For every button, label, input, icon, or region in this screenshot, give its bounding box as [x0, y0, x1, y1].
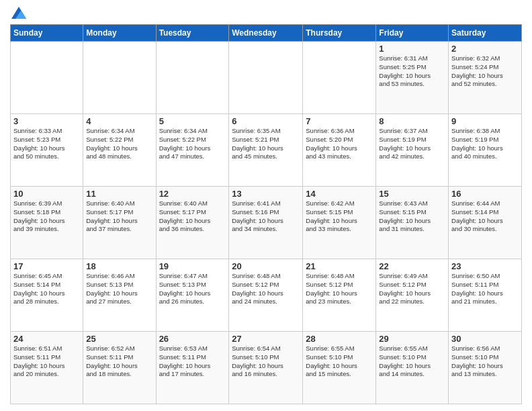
day-number: 26: [159, 334, 226, 344]
day-number: 7: [306, 116, 373, 126]
day-info: Sunrise: 6:32 AM Sunset: 5:24 PM Dayligh…: [451, 54, 519, 89]
calendar-day-header: Monday: [83, 25, 156, 42]
day-number: 20: [232, 261, 300, 271]
day-number: 21: [306, 261, 373, 271]
day-info: Sunrise: 6:55 AM Sunset: 5:10 PM Dayligh…: [306, 345, 373, 379]
calendar-cell: 19Sunrise: 6:47 AM Sunset: 5:13 PM Dayli…: [156, 259, 229, 332]
calendar-cell: 24Sunrise: 6:51 AM Sunset: 5:11 PM Dayli…: [11, 332, 83, 404]
calendar-cell: 7Sunrise: 6:36 AM Sunset: 5:20 PM Daylig…: [303, 114, 376, 187]
day-info: Sunrise: 6:31 AM Sunset: 5:25 PM Dayligh…: [379, 54, 445, 89]
calendar-cell: 13Sunrise: 6:41 AM Sunset: 5:16 PM Dayli…: [229, 187, 303, 259]
day-number: 11: [86, 189, 152, 199]
day-number: 14: [306, 189, 373, 199]
calendar-cell: [229, 42, 303, 114]
calendar-cell: 15Sunrise: 6:43 AM Sunset: 5:15 PM Dayli…: [376, 187, 449, 259]
calendar-cell: 2Sunrise: 6:32 AM Sunset: 5:24 PM Daylig…: [449, 42, 522, 114]
calendar-week-row: 24Sunrise: 6:51 AM Sunset: 5:11 PM Dayli…: [11, 332, 522, 404]
calendar-cell: 9Sunrise: 6:38 AM Sunset: 5:19 PM Daylig…: [449, 114, 522, 187]
calendar-cell: [156, 42, 229, 114]
day-info: Sunrise: 6:34 AM Sunset: 5:22 PM Dayligh…: [159, 127, 226, 161]
calendar-cell: 11Sunrise: 6:40 AM Sunset: 5:17 PM Dayli…: [83, 187, 156, 259]
day-info: Sunrise: 6:48 AM Sunset: 5:12 PM Dayligh…: [232, 272, 300, 306]
day-info: Sunrise: 6:41 AM Sunset: 5:16 PM Dayligh…: [232, 199, 300, 234]
day-number: 4: [86, 116, 152, 126]
day-number: 28: [306, 334, 373, 344]
day-number: 13: [232, 189, 300, 199]
calendar-cell: 8Sunrise: 6:37 AM Sunset: 5:19 PM Daylig…: [376, 114, 449, 187]
day-info: Sunrise: 6:56 AM Sunset: 5:10 PM Dayligh…: [451, 345, 519, 379]
calendar-cell: 27Sunrise: 6:54 AM Sunset: 5:10 PM Dayli…: [229, 332, 303, 404]
calendar-cell: 17Sunrise: 6:45 AM Sunset: 5:14 PM Dayli…: [11, 259, 83, 332]
calendar-header-row: SundayMondayTuesdayWednesdayThursdayFrid…: [11, 25, 522, 42]
calendar-cell: 30Sunrise: 6:56 AM Sunset: 5:10 PM Dayli…: [449, 332, 522, 404]
calendar-week-row: 3Sunrise: 6:33 AM Sunset: 5:23 PM Daylig…: [11, 114, 522, 187]
calendar-day-header: Tuesday: [156, 25, 229, 42]
day-info: Sunrise: 6:50 AM Sunset: 5:11 PM Dayligh…: [451, 272, 519, 306]
day-number: 25: [86, 334, 152, 344]
calendar-cell: 6Sunrise: 6:35 AM Sunset: 5:21 PM Daylig…: [229, 114, 303, 187]
calendar-cell: 16Sunrise: 6:44 AM Sunset: 5:14 PM Dayli…: [449, 187, 522, 259]
day-info: Sunrise: 6:40 AM Sunset: 5:17 PM Dayligh…: [86, 199, 152, 234]
calendar-cell: 22Sunrise: 6:49 AM Sunset: 5:12 PM Dayli…: [376, 259, 449, 332]
calendar-cell: 18Sunrise: 6:46 AM Sunset: 5:13 PM Dayli…: [83, 259, 156, 332]
day-number: 3: [13, 116, 80, 126]
header: [10, 7, 522, 19]
day-number: 23: [451, 261, 519, 271]
day-number: 27: [232, 334, 300, 344]
calendar-week-row: 17Sunrise: 6:45 AM Sunset: 5:14 PM Dayli…: [11, 259, 522, 332]
day-info: Sunrise: 6:53 AM Sunset: 5:11 PM Dayligh…: [159, 345, 226, 379]
day-info: Sunrise: 6:47 AM Sunset: 5:13 PM Dayligh…: [159, 272, 226, 306]
day-info: Sunrise: 6:48 AM Sunset: 5:12 PM Dayligh…: [306, 272, 373, 306]
day-info: Sunrise: 6:40 AM Sunset: 5:17 PM Dayligh…: [159, 199, 226, 234]
day-info: Sunrise: 6:42 AM Sunset: 5:15 PM Dayligh…: [306, 199, 373, 234]
day-number: 16: [451, 189, 519, 199]
day-info: Sunrise: 6:43 AM Sunset: 5:15 PM Dayligh…: [379, 199, 445, 234]
day-info: Sunrise: 6:35 AM Sunset: 5:21 PM Dayligh…: [232, 127, 300, 161]
day-number: 8: [379, 116, 445, 126]
calendar-day-header: Thursday: [303, 25, 376, 42]
calendar-week-row: 10Sunrise: 6:39 AM Sunset: 5:18 PM Dayli…: [11, 187, 522, 259]
day-number: 5: [159, 116, 226, 126]
day-info: Sunrise: 6:55 AM Sunset: 5:10 PM Dayligh…: [379, 345, 445, 379]
day-number: 1: [379, 44, 445, 54]
calendar-cell: 1Sunrise: 6:31 AM Sunset: 5:25 PM Daylig…: [376, 42, 449, 114]
day-info: Sunrise: 6:46 AM Sunset: 5:13 PM Dayligh…: [86, 272, 152, 306]
day-number: 6: [232, 116, 300, 126]
calendar-table: SundayMondayTuesdayWednesdayThursdayFrid…: [10, 24, 522, 404]
calendar-cell: 28Sunrise: 6:55 AM Sunset: 5:10 PM Dayli…: [303, 332, 376, 404]
day-number: 19: [159, 261, 226, 271]
calendar-cell: 20Sunrise: 6:48 AM Sunset: 5:12 PM Dayli…: [229, 259, 303, 332]
day-number: 15: [379, 189, 445, 199]
day-info: Sunrise: 6:44 AM Sunset: 5:14 PM Dayligh…: [451, 199, 519, 234]
day-number: 9: [451, 116, 519, 126]
day-info: Sunrise: 6:52 AM Sunset: 5:11 PM Dayligh…: [86, 345, 152, 379]
day-info: Sunrise: 6:45 AM Sunset: 5:14 PM Dayligh…: [13, 272, 80, 306]
day-info: Sunrise: 6:34 AM Sunset: 5:22 PM Dayligh…: [86, 127, 152, 161]
day-number: 29: [379, 334, 445, 344]
calendar-cell: 4Sunrise: 6:34 AM Sunset: 5:22 PM Daylig…: [83, 114, 156, 187]
calendar-day-header: Wednesday: [229, 25, 303, 42]
calendar-cell: 29Sunrise: 6:55 AM Sunset: 5:10 PM Dayli…: [376, 332, 449, 404]
day-number: 22: [379, 261, 445, 271]
day-info: Sunrise: 6:38 AM Sunset: 5:19 PM Dayligh…: [451, 127, 519, 161]
day-number: 30: [451, 334, 519, 344]
calendar-cell: 23Sunrise: 6:50 AM Sunset: 5:11 PM Dayli…: [449, 259, 522, 332]
calendar-cell: 26Sunrise: 6:53 AM Sunset: 5:11 PM Dayli…: [156, 332, 229, 404]
day-info: Sunrise: 6:36 AM Sunset: 5:20 PM Dayligh…: [306, 127, 373, 161]
day-info: Sunrise: 6:51 AM Sunset: 5:11 PM Dayligh…: [13, 345, 80, 379]
day-info: Sunrise: 6:37 AM Sunset: 5:19 PM Dayligh…: [379, 127, 445, 161]
day-number: 12: [159, 189, 226, 199]
page: SundayMondayTuesdayWednesdayThursdayFrid…: [0, 0, 532, 411]
calendar-cell: [83, 42, 156, 114]
calendar-day-header: Friday: [376, 25, 449, 42]
calendar-cell: 5Sunrise: 6:34 AM Sunset: 5:22 PM Daylig…: [156, 114, 229, 187]
day-number: 17: [13, 261, 80, 271]
calendar-cell: 25Sunrise: 6:52 AM Sunset: 5:11 PM Dayli…: [83, 332, 156, 404]
calendar-cell: 21Sunrise: 6:48 AM Sunset: 5:12 PM Dayli…: [303, 259, 376, 332]
calendar-cell: 3Sunrise: 6:33 AM Sunset: 5:23 PM Daylig…: [11, 114, 83, 187]
calendar-cell: 14Sunrise: 6:42 AM Sunset: 5:15 PM Dayli…: [303, 187, 376, 259]
calendar-cell: 12Sunrise: 6:40 AM Sunset: 5:17 PM Dayli…: [156, 187, 229, 259]
calendar-day-header: Saturday: [449, 25, 522, 42]
logo-blue: [10, 7, 26, 19]
day-info: Sunrise: 6:33 AM Sunset: 5:23 PM Dayligh…: [13, 127, 80, 161]
